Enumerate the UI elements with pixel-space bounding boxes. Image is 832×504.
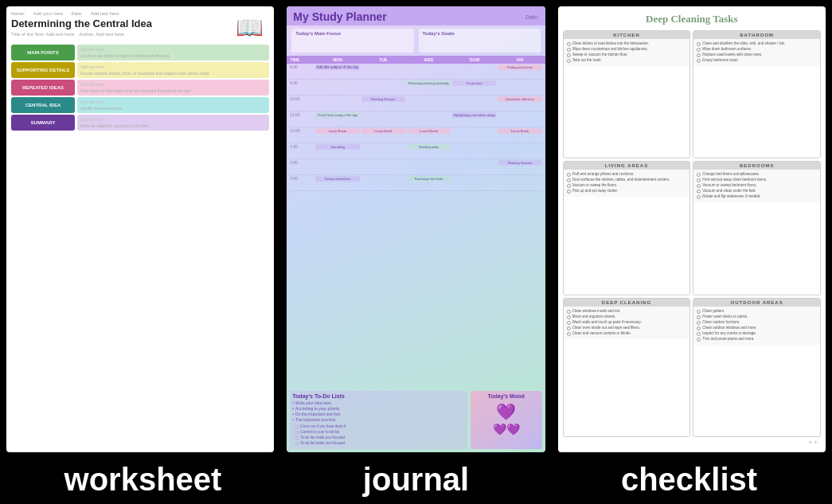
cl-section-body: Clean and disinfect the toilet, sink, an… — [693, 39, 820, 66]
list-item: •According to your priority — [292, 406, 464, 411]
cl-circle — [697, 326, 701, 330]
cl-circle — [697, 48, 701, 52]
list-item: Move and organize closets. — [567, 315, 687, 319]
label-journal: journal — [279, 462, 553, 498]
cl-circle — [697, 173, 701, 177]
list-item: Clean windows inside and out. — [567, 309, 687, 314]
cl-circle — [697, 53, 701, 57]
cl-circle — [567, 326, 571, 330]
list-item: Wash walls and touch up paint if necessa… — [567, 320, 687, 325]
ws-content-summary: Add text here Write an objective summary… — [77, 115, 269, 131]
ws-label-supporting: SUPPORTING DETAILS — [11, 62, 75, 78]
jn-col-tue: TUE — [361, 57, 405, 62]
label-checklist: checklist — [553, 462, 826, 498]
ws-label-central: CENTRAL IDEA — [11, 97, 75, 113]
cl-circle — [697, 195, 701, 199]
jn-focus-box: Today's Main Focus — [291, 29, 413, 53]
cl-circle — [697, 59, 701, 63]
list-item: Clean and disinfect the toilet, sink, an… — [697, 41, 817, 46]
cl-circle — [567, 315, 571, 319]
jn-focus-row: Today's Main Focus Today's Goals — [287, 25, 545, 56]
ws-content-central: Add text here Identify the central idea. — [77, 97, 269, 113]
list-item: Replace used towels with clean ones. — [697, 53, 817, 57]
table-row: 8:00 Add title subject of the day Friday… — [290, 64, 541, 80]
cl-section-body: Change bed linens and pillowcases. Find … — [693, 170, 820, 202]
cl-circle — [697, 338, 701, 342]
list-item: ☐Commit to your to-do list — [295, 430, 464, 435]
list-item: Vacuum or sweep the floors. — [567, 183, 687, 188]
jn-title: My Study Planner — [293, 10, 386, 23]
jn-col-wed: WED — [407, 57, 451, 62]
ws-section-summary: SUMMARY Add text here Write an objective… — [11, 115, 269, 131]
table-row: 10:00 Reading Session Interactive reflec… — [290, 96, 541, 111]
cl-circle — [567, 178, 571, 182]
cl-plus: + + — [563, 437, 821, 447]
cl-section-bathroom: BATHROOM Clean and disinfect the toilet,… — [693, 30, 821, 158]
ws-name-label: Name: — [11, 11, 25, 16]
jn-col-mon: MON — [315, 57, 359, 62]
cl-section-body: Clean gutters. Power wash decks or patio… — [693, 307, 820, 345]
jn-todo-title: Today's To-Do Lists — [292, 393, 464, 399]
jn-focus-label: Today's Main Focus — [295, 31, 409, 36]
list-item: •Do the important one first — [292, 412, 464, 416]
ws-header: Name: Add your here Date: Add text here … — [11, 11, 269, 43]
cl-grid: KITCHEN Clean dishes or load dishes into… — [563, 30, 821, 437]
list-item: Clean dishes or load dishes into the dis… — [567, 41, 687, 46]
ws-name-value: Add your here — [33, 11, 64, 16]
jn-col-thur: THUR — [452, 57, 496, 62]
list-item: Trim and prune plants and more. — [697, 337, 817, 342]
cl-section-kitchen: KITCHEN Clean dishes or load dishes into… — [563, 30, 691, 158]
cl-circle — [697, 310, 701, 314]
cl-circle — [567, 173, 571, 177]
list-item: Vacuum and clean under the bed. — [697, 189, 817, 193]
list-item: Clean outdoor windows and more. — [697, 326, 817, 330]
cl-circle — [567, 184, 571, 188]
jn-hearts: 💜 — [496, 402, 516, 421]
cl-section-header: BATHROOM — [693, 31, 820, 39]
list-item: Empty bathroom trash. — [697, 58, 817, 63]
jn-grid-header: TIME MON TUE WED THUR FRI — [287, 56, 545, 64]
list-item: ☐To-do list make you focused — [295, 441, 464, 446]
list-item: Dust surfaces like shelves, tables, and … — [567, 178, 687, 182]
list-item: Clean outdoor furniture. — [697, 320, 817, 325]
table-row: 3:00 Going somewhere Rearrange the book — [290, 175, 541, 191]
cl-circle — [567, 59, 571, 63]
jn-hearts-2: 💜💜 — [493, 423, 520, 436]
cl-circle — [567, 53, 571, 57]
jn-todo: Today's To-Do Lists •Write your idea her… — [290, 391, 467, 449]
table-row: 12:00 Lunch Break Lunch Break Lunch Brea… — [290, 127, 541, 143]
ws-date-value: Add text here — [91, 11, 119, 16]
ws-section-central: CENTRAL IDEA Add text here Identify the … — [11, 97, 269, 113]
label-worksheet: worksheet — [6, 462, 279, 498]
cl-circle — [697, 332, 701, 336]
list-item: Take out the trash. — [567, 58, 687, 63]
list-item: Wipe down countertops and kitchen applia… — [567, 47, 687, 52]
cl-section-header: DEEP CLEANING — [564, 299, 690, 307]
list-item: Rotate and flip mattresses if needed. — [697, 194, 817, 199]
cl-circle — [697, 42, 701, 46]
list-item: Wipe down bathroom surfaces. — [697, 47, 817, 52]
jn-grid-rows: 8:00 Add title subject of the day Friday… — [287, 64, 545, 388]
cl-circle — [697, 189, 701, 193]
cl-circle — [697, 178, 701, 182]
table-row: 2:00 Reading Session — [290, 159, 541, 175]
list-item: Power wash decks or patios. — [697, 315, 817, 319]
ws-label-main-points: MAIN POINTS — [11, 45, 75, 61]
ws-title: Determining the Central Idea — [11, 18, 226, 30]
cl-circle — [697, 321, 701, 325]
ws-section-repeated: REPEATED IDEAS Add text here Note ideas … — [11, 80, 269, 96]
list-item: Sweep or vacuum the kitchen floor. — [567, 53, 687, 57]
table-row: 11:00 Final Cards study of the day Highl… — [290, 111, 541, 127]
list-item: Pick up and put away clutter. — [567, 189, 687, 193]
cl-section-body: Fluff and arrange pillows and cushions. … — [564, 170, 690, 197]
list-item: •The important one first — [292, 417, 464, 422]
jn-col-fri: FRI — [498, 57, 541, 62]
cl-title: Deep Cleaning Tasks — [563, 13, 821, 25]
ws-content-supporting: Add text here Record specific details, f… — [77, 62, 269, 78]
cl-circle — [697, 184, 701, 188]
cl-circle — [567, 321, 571, 325]
list-item: Change bed linens and pillowcases. — [697, 172, 817, 177]
ws-subtitle: Title of the Text: Add text here Author:… — [11, 32, 226, 37]
ws-label-summary: SUMMARY — [11, 115, 75, 131]
ws-date-label: Date: — [71, 11, 82, 16]
